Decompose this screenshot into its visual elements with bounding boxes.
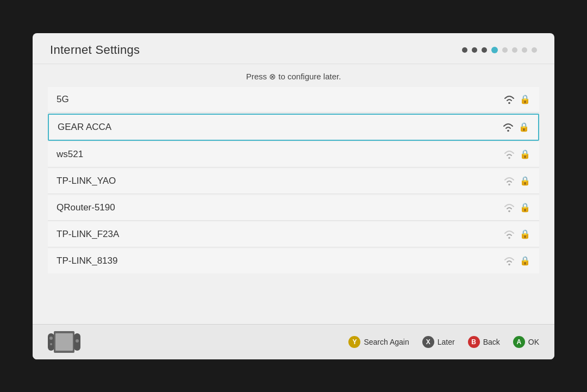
progress-dots xyxy=(462,47,537,53)
network-icons: 🔒 xyxy=(503,229,530,239)
svg-rect-7 xyxy=(48,333,54,351)
wifi-icon xyxy=(503,229,515,239)
dot-5 xyxy=(502,47,508,53)
console-icon-area xyxy=(48,331,80,353)
network-icons: 🔒 xyxy=(503,202,530,213)
wifi-icon xyxy=(503,203,515,213)
lock-icon: 🔒 xyxy=(520,256,530,266)
internet-settings-screen: Internet Settings Press ⊗ to configure l… xyxy=(33,33,554,359)
y-button: Y xyxy=(348,336,360,348)
search-again-label: Search Again xyxy=(364,338,409,346)
svg-point-5 xyxy=(508,237,510,239)
network-item-tplink-yao[interactable]: TP-LINK_YAO 🔒 xyxy=(48,169,539,194)
dot-3 xyxy=(482,47,487,53)
network-name: TP-LINK_YAO xyxy=(57,176,116,186)
lock-icon: 🔒 xyxy=(520,229,530,239)
header: Internet Settings xyxy=(33,33,554,64)
network-name: GEAR ACCA xyxy=(58,122,111,133)
network-name: 5G xyxy=(57,94,69,105)
footer: Y Search Again X Later B Back A O xyxy=(33,324,554,359)
search-again-button[interactable]: Y Search Again xyxy=(348,336,409,348)
lock-icon: 🔒 xyxy=(520,202,530,213)
ok-label: OK xyxy=(528,338,539,346)
dot-8 xyxy=(532,47,537,53)
wifi-icon xyxy=(503,176,515,186)
network-icons: 🔒 xyxy=(503,176,530,186)
network-icons: 🔒 xyxy=(503,256,530,266)
svg-point-2 xyxy=(508,157,510,159)
network-item-tplink-8139[interactable]: TP-LINK_8139 🔒 xyxy=(48,248,539,273)
svg-point-13 xyxy=(76,339,79,343)
dot-1 xyxy=(462,47,467,53)
b-button: B xyxy=(468,336,480,348)
lock-icon: 🔒 xyxy=(520,176,530,186)
lock-icon: 🔒 xyxy=(519,122,529,132)
network-list: 5G 🔒 GEAR ACCA 🔒 xyxy=(33,87,554,324)
x-button: X xyxy=(422,336,434,348)
network-icons: 🔒 xyxy=(503,94,530,104)
svg-point-0 xyxy=(508,102,510,104)
later-button[interactable]: X Later xyxy=(422,336,455,348)
dot-7 xyxy=(522,47,527,53)
svg-point-8 xyxy=(49,337,53,340)
network-name: TP-LINK_F23A xyxy=(57,229,119,240)
network-item-tplink-f23a[interactable]: TP-LINK_F23A 🔒 xyxy=(48,222,539,247)
network-name: TP-LINK_8139 xyxy=(57,256,117,266)
network-icons: 🔒 xyxy=(503,149,530,159)
back-button[interactable]: B Back xyxy=(468,336,500,348)
lock-icon: 🔒 xyxy=(520,94,530,104)
subtitle-text: Press ⊗ to configure later. xyxy=(33,64,554,87)
switch-console-icon xyxy=(48,331,80,353)
svg-point-1 xyxy=(507,129,509,132)
svg-point-9 xyxy=(50,343,52,345)
network-item-qrouter[interactable]: QRouter-5190 🔒 xyxy=(48,195,539,221)
footer-actions: Y Search Again X Later B Back A O xyxy=(348,336,539,348)
wifi-icon xyxy=(503,150,515,159)
network-name: ws521 xyxy=(57,149,83,160)
network-item-5g[interactable]: 5G 🔒 xyxy=(48,87,539,113)
network-name: QRouter-5190 xyxy=(57,202,115,213)
svg-point-4 xyxy=(508,210,510,212)
wifi-icon xyxy=(503,256,515,266)
svg-rect-11 xyxy=(55,333,73,351)
page-title: Internet Settings xyxy=(50,43,140,57)
lock-icon: 🔒 xyxy=(520,149,530,159)
back-label: Back xyxy=(483,338,500,346)
svg-point-6 xyxy=(508,263,510,265)
svg-point-3 xyxy=(508,183,510,185)
wifi-icon xyxy=(502,122,514,132)
a-button: A xyxy=(513,336,525,348)
dot-2 xyxy=(472,47,477,53)
dot-6 xyxy=(512,47,517,53)
dot-4 xyxy=(491,47,498,53)
wifi-icon xyxy=(503,95,515,104)
network-icons: 🔒 xyxy=(502,122,529,132)
later-label: Later xyxy=(438,338,455,346)
ok-button[interactable]: A OK xyxy=(513,336,539,348)
network-item-ws521[interactable]: ws521 🔒 xyxy=(48,142,539,167)
network-item-gear-acca[interactable]: GEAR ACCA 🔒 xyxy=(48,114,539,141)
